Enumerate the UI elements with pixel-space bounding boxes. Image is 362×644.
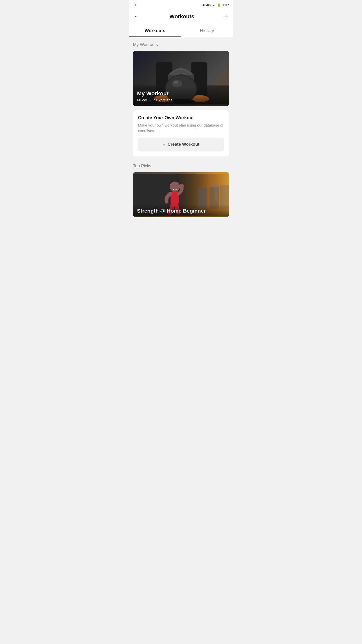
top-picks-overlay: Strength @ Home Beginner [133, 204, 229, 217]
content-area: My Workouts [129, 37, 233, 222]
svg-rect-24 [215, 189, 218, 201]
back-button[interactable]: ← [133, 12, 141, 21]
create-workout-button[interactable]: + Create Workout [138, 138, 224, 151]
tab-history[interactable]: History [181, 24, 233, 37]
workout-card-overlay: My Workout 68 cal • 7 Exercises [133, 86, 229, 106]
my-workout-card[interactable]: My Workout 68 cal • 7 Exercises [133, 51, 229, 106]
workout-calories: 68 cal [137, 98, 147, 102]
create-card-title: Create Your Own Workout [138, 115, 224, 120]
create-plus-icon: + [163, 142, 166, 147]
create-card-description: Make your own workout plan using our dat… [138, 123, 224, 134]
status-right: ∗ 4G ▲ 🔋 2:37 [202, 3, 229, 7]
battery-icon: 🔋 [217, 3, 221, 7]
add-button[interactable]: + [223, 12, 229, 22]
workout-card-meta: 68 cal • 7 Exercises [137, 98, 225, 102]
status-left: 🗒 [133, 3, 137, 7]
time-label: 2:37 [222, 3, 229, 7]
network-label: 4G [206, 3, 211, 7]
create-workout-label: Create Workout [168, 142, 199, 147]
svg-point-27 [179, 184, 184, 188]
workout-card-title: My Workout [137, 90, 225, 97]
top-picks-card[interactable]: Strength @ Home Beginner [133, 172, 229, 217]
svg-point-23 [214, 184, 219, 189]
clipboard-icon: 🗒 [133, 3, 137, 7]
workout-exercises: 7 Exercises [153, 98, 173, 102]
top-nav: ← Workouts + [129, 9, 233, 24]
my-workouts-section-header: My Workouts [133, 42, 229, 47]
tab-workouts[interactable]: Workouts [129, 24, 181, 37]
svg-point-16 [173, 81, 178, 84]
top-picks-card-title: Strength @ Home Beginner [137, 208, 225, 214]
signal-icon: ▲ [212, 3, 215, 7]
page-title: Workouts [169, 13, 194, 20]
create-workout-card: Create Your Own Workout Make your own wo… [133, 110, 229, 156]
meta-dot: • [149, 98, 151, 102]
bluetooth-icon: ∗ [202, 3, 205, 7]
tabs-container: Workouts History [129, 24, 233, 37]
status-bar: 🗒 ∗ 4G ▲ 🔋 2:37 [129, 0, 233, 9]
top-picks-section-header: Top Picks [133, 164, 229, 169]
